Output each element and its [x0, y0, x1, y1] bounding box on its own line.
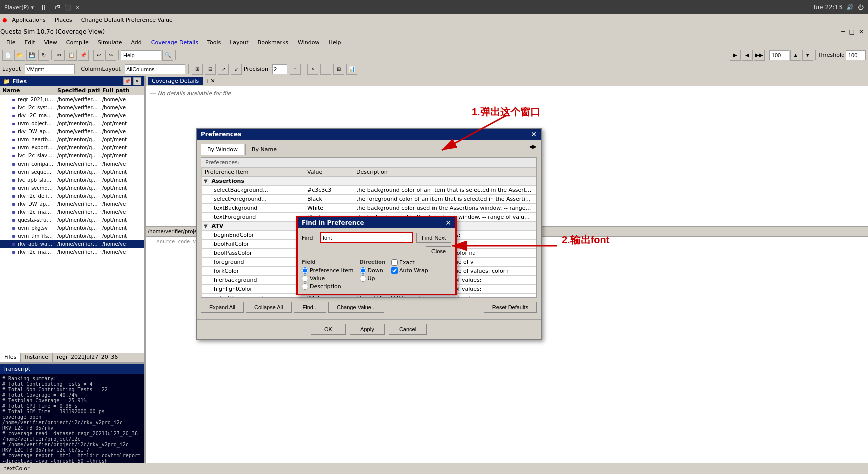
- find-search-input[interactable]: [320, 232, 413, 243]
- radio-description[interactable]: Description: [302, 283, 354, 290]
- menu-applications[interactable]: Applications: [8, 16, 50, 24]
- paste-btn[interactable]: 📌: [78, 50, 89, 61]
- tree-row[interactable]: ▪ uvm_object_global... /opt/mentor/qu...…: [0, 119, 144, 127]
- panel-close-btn[interactable]: ✕: [133, 77, 141, 85]
- menu-file[interactable]: File: [2, 38, 19, 47]
- radio-description-input[interactable]: [302, 283, 308, 290]
- radio-up[interactable]: Up: [360, 275, 386, 282]
- pause-icon[interactable]: ⏸: [40, 3, 47, 11]
- pref-nav-left[interactable]: ◀: [529, 144, 533, 155]
- chart-btn[interactable]: 📊: [346, 64, 357, 75]
- tree-row[interactable]: ▪ uvm_pkg.sv /opt/mentor/qu... /opt/ment: [0, 224, 144, 232]
- copy-btn[interactable]: 📋: [66, 50, 77, 61]
- menu-change-default[interactable]: Change Default Preference Value: [77, 16, 177, 24]
- player-dropdown-icon[interactable]: ▾: [31, 4, 34, 11]
- menu-tools[interactable]: Tools: [203, 38, 225, 47]
- volume-icon[interactable]: 🔊: [846, 4, 854, 11]
- col-btn3[interactable]: ↗: [218, 64, 229, 75]
- tree-row[interactable]: ▪ rkv_DW_apb_i2c_... /home/verifier/... …: [0, 200, 144, 208]
- expand-all-btn[interactable]: Expand All: [201, 302, 244, 313]
- find-btn[interactable]: Find...: [294, 302, 326, 313]
- pref-tab-bywindow[interactable]: By Window: [201, 144, 244, 155]
- find-close-btn[interactable]: Close: [426, 246, 451, 256]
- tab-regr[interactable]: regr_2021Jul27_20_36: [53, 353, 122, 362]
- ok-btn[interactable]: OK: [311, 324, 346, 335]
- tree-row[interactable]: ▪ uvm_comparer.svh /home/verifier/... /h…: [0, 160, 144, 168]
- auto-wrap-checkbox[interactable]: [391, 267, 398, 274]
- menu-places[interactable]: Places: [51, 16, 76, 24]
- pref-tab-byname[interactable]: By Name: [245, 144, 283, 155]
- menu-edit[interactable]: Edit: [20, 38, 39, 47]
- radio-value[interactable]: Value: [302, 275, 354, 282]
- tab-instance[interactable]: Instance: [21, 353, 53, 362]
- tree-row[interactable]: ▪ uvm_tlm_ifs.svh /opt/mentor/qu... /opt…: [0, 232, 144, 240]
- sim-down-btn[interactable]: ▼: [802, 50, 813, 61]
- tree-row[interactable]: ▪ rkv_i2c_defines.sv... /opt/mentor/qu..…: [0, 192, 144, 200]
- window-icon3[interactable]: ⊠: [75, 4, 80, 11]
- new-btn[interactable]: 📄: [2, 50, 13, 61]
- preferences-close-btn[interactable]: ✕: [531, 130, 537, 138]
- panel-pin-btn[interactable]: 📌: [123, 77, 131, 85]
- tree-row[interactable]: ▪ uvm_sequencer.sv... /opt/mentor/qu... …: [0, 168, 144, 176]
- menu-coverage-details[interactable]: Coverage Details: [147, 38, 202, 47]
- tree-row[interactable]: ▪ questa-structure.sv... /opt/mentor/qu.…: [0, 216, 144, 224]
- radio-pref-item[interactable]: Preference Item: [302, 267, 354, 274]
- layout-select[interactable]: [25, 64, 75, 74]
- window-icon2[interactable]: ⬛: [64, 4, 71, 11]
- tree-row[interactable]: ▪ uvm_svcmd_dpi.sv... /opt/mentor/qu... …: [0, 184, 144, 192]
- radio-down[interactable]: Down: [360, 267, 386, 274]
- tree-row[interactable]: ▪ lvc_apb_slave_mo... /opt/mentor/qu... …: [0, 176, 144, 184]
- open-btn[interactable]: 📂: [14, 50, 25, 61]
- tree-row[interactable]: ▪ rkv_i2c_master_rx... /home/verifier/..…: [0, 248, 144, 256]
- tree-row[interactable]: ▪ regr_2021Jul27_20_... /home/verifier/.…: [0, 95, 144, 103]
- tree-row[interactable]: ▪ lvc_i2c_system_en... /home/verifier/..…: [0, 103, 144, 111]
- step-btn[interactable]: ▶: [730, 50, 741, 61]
- back-btn[interactable]: ◀: [742, 50, 753, 61]
- radio-pref-item-input[interactable]: [302, 267, 308, 274]
- radio-value-input[interactable]: [302, 275, 308, 282]
- player-menu[interactable]: Player(P) ▾: [4, 4, 34, 11]
- tree-row[interactable]: ▪ rkv_DW_apb_i2c.v /home/verifier/... /h…: [0, 127, 144, 135]
- radio-down-input[interactable]: [360, 267, 366, 274]
- change-value-btn[interactable]: Change Value...: [328, 302, 384, 313]
- exact-checkbox-label[interactable]: Exact: [391, 259, 428, 266]
- find-dialog-close-btn[interactable]: ✕: [445, 219, 451, 227]
- tree-row[interactable]: ▪ rkv_I2C_master_hs... /home/verifier/..…: [0, 111, 144, 119]
- close-icon[interactable]: ✕: [859, 28, 864, 35]
- table-row[interactable]: selectBackground... #c3c3c3 the backgrou…: [202, 186, 536, 195]
- cancel-btn[interactable]: Cancel: [389, 324, 427, 335]
- find-next-btn[interactable]: Find Next: [416, 233, 451, 243]
- prefs-section-row[interactable]: ▼ Assertions: [202, 177, 536, 186]
- zoom-in-btn[interactable]: ×: [307, 64, 318, 75]
- apply-btn[interactable]: Apply: [350, 324, 385, 335]
- col-btn4[interactable]: ↙: [231, 64, 242, 75]
- tree-row[interactable]: ▪ uvm_heartbeat.svh /opt/mentor/qu... /o…: [0, 135, 144, 143]
- maximize-icon[interactable]: □: [849, 28, 855, 35]
- col-btn2[interactable]: ⊟: [205, 64, 216, 75]
- menu-view[interactable]: View: [40, 38, 61, 47]
- reset-defaults-btn[interactable]: Reset Defaults: [484, 302, 537, 313]
- save-btn[interactable]: 💾: [26, 50, 37, 61]
- menu-help[interactable]: Help: [324, 38, 345, 47]
- tab-files[interactable]: Files: [0, 353, 21, 362]
- window-icon1[interactable]: 🗗: [55, 4, 60, 11]
- menu-layout[interactable]: Layout: [226, 38, 252, 47]
- menu-compile[interactable]: Compile: [62, 38, 93, 47]
- menu-window[interactable]: Window: [294, 38, 323, 47]
- tree-row[interactable]: ▪ rkv_i2c_master_en... /home/verifier/..…: [0, 208, 144, 216]
- forward-btn[interactable]: ▶▶: [754, 50, 765, 61]
- tree-row[interactable]: ▪ lvc_i2c_slave_seq... /opt/mentor/qu...…: [0, 151, 144, 160]
- zoom-reset-btn[interactable]: ⊞: [333, 64, 344, 75]
- menu-bookmarks[interactable]: Bookmarks: [254, 38, 293, 47]
- collapse-all-btn[interactable]: Collapse All: [246, 302, 292, 313]
- cut-btn[interactable]: ✂: [54, 50, 65, 61]
- transcript-content[interactable]: # Ranking summary:# Total Contributing T…: [0, 374, 144, 463]
- tree-row[interactable]: ▪ uvm_exports.svh /opt/mentor/qu... /opt…: [0, 143, 144, 151]
- coverage-tab[interactable]: Coverage Details: [148, 77, 203, 85]
- refresh-btn[interactable]: ↻: [38, 50, 49, 61]
- zoom-out-btn[interactable]: ÷: [320, 64, 331, 75]
- search-btn[interactable]: 🔍: [162, 50, 173, 61]
- precision-btn[interactable]: ≡: [290, 64, 301, 75]
- threshold-input[interactable]: [846, 50, 866, 60]
- help-input[interactable]: [121, 50, 161, 60]
